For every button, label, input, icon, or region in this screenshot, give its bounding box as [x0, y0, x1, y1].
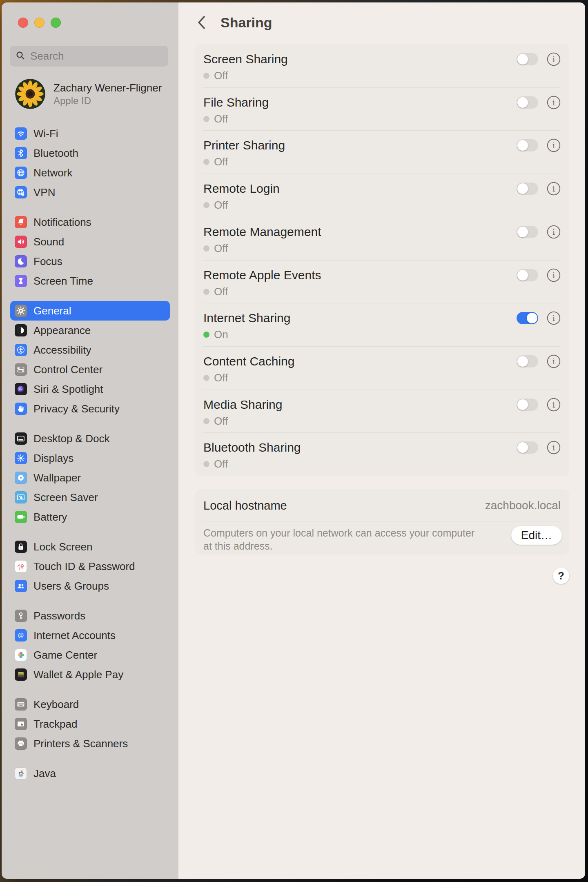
sidebar-item-focus[interactable]: Focus	[10, 252, 170, 271]
sidebar-item-control-center[interactable]: Control Center	[10, 360, 170, 379]
service-row-printer-sharing: Printer SharingOffi	[196, 130, 569, 174]
sidebar-nav: Wi-FiBluetoothNetworkVPNNotificationsSou…	[2, 124, 178, 783]
siri-icon	[15, 383, 27, 395]
toggle-knob	[517, 97, 528, 108]
sidebar-item-printers-and-scanners[interactable]: Printers & Scanners	[10, 734, 170, 753]
divider	[203, 130, 561, 131]
toggle-knob	[527, 313, 537, 323]
sidebar-item-java[interactable]: Java	[10, 764, 170, 783]
sidebar-item-screen-saver[interactable]: Screen Saver	[10, 488, 170, 507]
sidebar-item-lock-screen[interactable]: Lock Screen	[10, 537, 170, 557]
sharing-pane: Sharing Screen SharingOffiFile SharingOf…	[178, 2, 585, 879]
toggle-knob	[517, 442, 528, 453]
printer-sharing-toggle[interactable]	[517, 139, 538, 151]
sidebar-item-label: Passwords	[33, 610, 85, 622]
sidebar-item-battery[interactable]: Battery	[10, 507, 170, 527]
toggle-knob	[517, 183, 528, 194]
sidebar-item-notifications[interactable]: Notifications	[10, 212, 170, 232]
printer-sharing-info-button[interactable]: i	[547, 138, 561, 152]
gear-icon	[15, 305, 27, 317]
sidebar-item-label: Users & Groups	[33, 580, 109, 592]
sidebar-item-trackpad[interactable]: Trackpad	[10, 714, 170, 734]
sidebar-item-label: Screen Saver	[33, 491, 98, 504]
sidebar: Search	[2, 2, 178, 879]
sidebar-item-label: Wallet & Apple Pay	[33, 668, 123, 681]
sidebar-item-network[interactable]: Network	[10, 163, 170, 183]
users-icon	[15, 580, 27, 592]
status-dot	[203, 375, 209, 381]
status-dot	[203, 73, 209, 79]
apple-id-row[interactable]: Zachary Wener-Fligner Apple ID	[15, 79, 162, 109]
back-button[interactable]	[195, 15, 207, 30]
help-button[interactable]: ?	[553, 568, 569, 584]
sidebar-item-touch-id-and-password[interactable]: Touch ID & Password	[10, 557, 170, 576]
service-info: Remote ManagementOff	[196, 217, 321, 260]
sidebar-item-privacy-and-security[interactable]: Privacy & Security	[10, 399, 170, 419]
service-status: Off	[203, 415, 282, 428]
internet-sharing-toggle[interactable]	[517, 312, 538, 324]
remote-apple-events-info-button[interactable]: i	[547, 268, 561, 282]
sidebar-item-screen-time[interactable]: Screen Time	[10, 271, 170, 291]
svg-text:i: i	[552, 141, 555, 150]
sidebar-item-sound[interactable]: Sound	[10, 232, 170, 252]
remote-management-toggle[interactable]	[517, 226, 538, 238]
remote-login-toggle[interactable]	[517, 183, 538, 195]
search-input[interactable]: Search	[10, 46, 168, 67]
battery-icon	[15, 511, 27, 523]
screen-sharing-info-button[interactable]: i	[547, 52, 561, 66]
minimize-button[interactable]	[34, 18, 45, 28]
service-row-bluetooth-sharing: Bluetooth SharingOffi	[196, 432, 569, 476]
remote-management-info-button[interactable]: i	[547, 225, 561, 239]
vpn-globe-icon	[15, 186, 27, 198]
sidebar-item-users-and-groups[interactable]: Users & Groups	[10, 576, 170, 596]
sidebar-item-siri-and-spotlight[interactable]: Siri & Spotlight	[10, 379, 170, 399]
sidebar-item-keyboard[interactable]: Keyboard	[10, 695, 170, 714]
remote-apple-events-toggle[interactable]	[517, 269, 538, 281]
sidebar-item-label: Network	[33, 167, 72, 179]
avatar	[15, 79, 45, 109]
sidebar-item-wi-fi[interactable]: Wi-Fi	[10, 124, 170, 143]
sidebar-item-internet-accounts[interactable]: @Internet Accounts	[10, 626, 170, 645]
edit-hostname-button[interactable]: Edit…	[511, 526, 562, 545]
window-controls	[18, 18, 61, 28]
divider	[203, 521, 561, 521]
media-sharing-info-button[interactable]: i	[547, 398, 561, 412]
sidebar-item-wallet-and-apple-pay[interactable]: Wallet & Apple Pay	[10, 665, 170, 684]
media-sharing-toggle[interactable]	[517, 399, 538, 411]
content-caching-info-button[interactable]: i	[547, 354, 561, 368]
sidebar-item-vpn[interactable]: VPN	[10, 183, 170, 202]
sidebar-item-general[interactable]: General	[10, 301, 170, 321]
user-name: Zachary Wener-Fligner	[53, 81, 162, 95]
bluetooth-sharing-info-button[interactable]: i	[547, 441, 561, 454]
sidebar-item-appearance[interactable]: Appearance	[10, 321, 170, 340]
svg-text:i: i	[552, 400, 555, 409]
internet-sharing-info-button[interactable]: i	[547, 311, 561, 325]
bluetooth-sharing-toggle[interactable]	[517, 441, 538, 454]
file-sharing-toggle[interactable]	[517, 96, 538, 109]
sidebar-item-passwords[interactable]: Passwords	[10, 606, 170, 626]
divider	[203, 390, 561, 390]
sidebar-item-label: Siri & Spotlight	[33, 383, 103, 396]
service-info: Screen SharingOff	[196, 44, 288, 87]
sidebar-item-game-center[interactable]: Game Center	[10, 645, 170, 665]
sidebar-item-wallpaper[interactable]: Wallpaper	[10, 468, 170, 488]
service-name: File Sharing	[203, 95, 269, 110]
sidebar-item-accessibility[interactable]: Accessibility	[10, 340, 170, 360]
content-caching-toggle[interactable]	[517, 355, 538, 368]
service-name: Internet Sharing	[203, 311, 290, 325]
sidebar-item-desktop-and-dock[interactable]: Desktop & Dock	[10, 429, 170, 448]
service-name: Screen Sharing	[203, 52, 288, 67]
sidebar-item-bluetooth[interactable]: Bluetooth	[10, 143, 170, 163]
gamecenter-icon	[15, 649, 27, 661]
svg-text:i: i	[552, 443, 555, 452]
sidebar-group: Desktop & DockDisplaysWallpaperScreen Sa…	[2, 429, 178, 527]
apple-id-label: Apple ID	[53, 95, 162, 107]
remote-login-info-button[interactable]: i	[547, 182, 561, 196]
status-label: On	[214, 328, 228, 341]
local-hostname-description: Computers on your local network can acce…	[203, 526, 477, 552]
file-sharing-info-button[interactable]: i	[547, 96, 561, 109]
close-button[interactable]	[18, 18, 28, 28]
zoom-button[interactable]	[51, 18, 61, 28]
sidebar-item-displays[interactable]: Displays	[10, 448, 170, 468]
screen-sharing-toggle[interactable]	[517, 53, 538, 65]
